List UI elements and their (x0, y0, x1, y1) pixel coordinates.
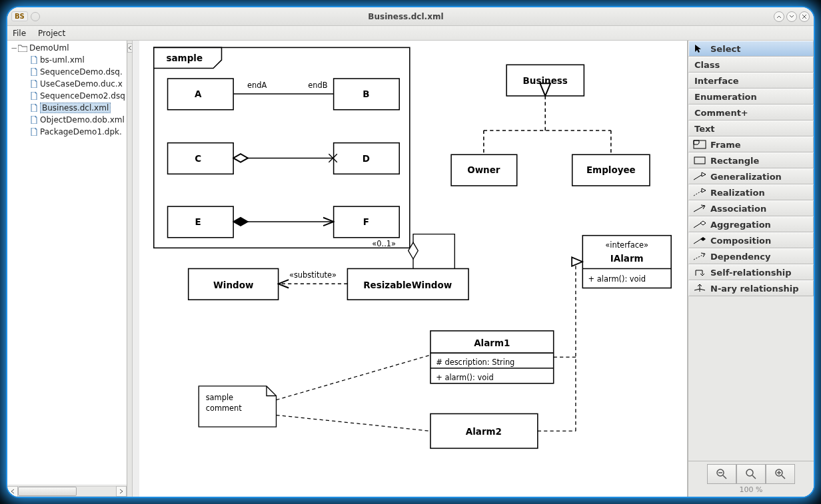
close-button[interactable] (799, 11, 810, 22)
menu-project[interactable]: Project (37, 27, 67, 39)
svg-text:E: E (195, 216, 201, 227)
svg-text:+ alarm(): void: + alarm(): void (436, 373, 493, 382)
svg-text:sample: sample (166, 53, 203, 63)
svg-text:sample: sample (206, 393, 233, 402)
tool-text[interactable]: Text (688, 121, 814, 136)
scroll-track[interactable] (18, 486, 116, 497)
svg-text:C: C (195, 153, 201, 164)
svg-text:endA: endA (247, 81, 267, 90)
scroll-left-button[interactable] (7, 486, 18, 497)
minimize-button[interactable] (774, 11, 784, 22)
tool-interface[interactable]: Interface (688, 73, 814, 89)
zoom-bar: 100 % (688, 461, 814, 497)
uml-comment[interactable]: sample comment (199, 386, 276, 427)
scroll-thumb[interactable] (18, 487, 77, 496)
svg-rect-39 (694, 157, 705, 164)
svg-text:B: B (363, 89, 369, 99)
zoom-level-label: 100 % (740, 485, 763, 494)
tool-select[interactable]: Select (688, 41, 814, 57)
svg-text:«interface»: «interface» (605, 240, 648, 250)
svg-line-43 (694, 223, 701, 228)
titlebar: BS Business.dcl.xml (7, 7, 814, 26)
tree-file-item[interactable]: SequenceDemo.dsq. (7, 66, 127, 78)
svg-line-44 (694, 239, 701, 244)
svg-text:Business: Business (523, 75, 568, 86)
window-title: Business.dcl.xml (40, 12, 772, 21)
svg-text:F: F (363, 216, 369, 227)
interface-IAlarm[interactable]: «interface» IAlarm + alarm(): void (582, 236, 671, 288)
scroll-right-button[interactable] (116, 486, 127, 497)
class-Alarm1[interactable]: Alarm1 # description: String + alarm(): … (430, 331, 554, 383)
svg-line-52 (782, 475, 785, 479)
tool-dependency[interactable]: Dependency (688, 248, 814, 264)
tree-file-item[interactable]: bs-uml.xml (7, 54, 127, 66)
tool-enumeration[interactable]: Enumeration (688, 89, 814, 105)
project-tree[interactable]: − DemoUml bs-uml.xmlSequenceDemo.dsq.Use… (7, 41, 127, 485)
maximize-button[interactable] (786, 11, 797, 22)
svg-text:# description: String: # description: String (436, 358, 514, 367)
file-icon (30, 80, 38, 88)
tool-frame[interactable]: Frame (688, 136, 814, 152)
svg-text:endB: endB (308, 81, 327, 90)
tool-aggregation[interactable]: Aggregation (688, 216, 814, 232)
tree-file-item[interactable]: ObjectDemo.dob.xml (7, 114, 127, 126)
file-icon (30, 104, 38, 112)
splitter[interactable] (127, 41, 133, 497)
svg-text:Alarm2: Alarm2 (466, 426, 502, 437)
zoom-in-button[interactable] (766, 464, 795, 484)
tool-association[interactable]: Association (688, 200, 814, 216)
tree-file-item[interactable]: SequenceDemo2.dsq (7, 90, 127, 102)
svg-text:+ alarm(): void: + alarm(): void (588, 274, 646, 284)
svg-text:Alarm1: Alarm1 (474, 338, 510, 348)
svg-line-50 (752, 475, 756, 479)
tool-composition[interactable]: Composition (688, 232, 814, 248)
splitter-collapse-icon[interactable] (127, 43, 133, 53)
tree-file-item[interactable]: Business.dcl.xml (7, 102, 127, 114)
tool-realization[interactable]: Realization (688, 184, 814, 200)
svg-text:«substitute»: «substitute» (289, 270, 337, 280)
svg-line-40 (694, 174, 702, 180)
svg-line-47 (723, 475, 726, 479)
tool-palette: Select Class Interface Enumeration Comme… (687, 41, 814, 497)
tree-file-item[interactable]: PackageDemo1.dpk. (7, 126, 127, 138)
svg-line-42 (694, 206, 704, 212)
tree-hscrollbar[interactable] (7, 485, 127, 497)
tool-nary-relationship[interactable]: N-ary relationship (688, 280, 814, 296)
svg-line-45 (694, 254, 704, 260)
svg-point-49 (746, 469, 753, 476)
comment-link-2[interactable] (277, 415, 430, 431)
menu-file[interactable]: File (11, 27, 27, 39)
tree-root[interactable]: − DemoUml (7, 42, 127, 54)
tool-self-relationship[interactable]: Self-relationship (688, 264, 814, 280)
realization-Business[interactable] (484, 96, 611, 154)
file-icon (30, 128, 38, 136)
diagram-canvas-wrap: sample A B endA endB C D (133, 41, 687, 497)
svg-line-41 (694, 190, 702, 196)
svg-text:A: A (195, 89, 202, 99)
tool-comment[interactable]: Comment+ (688, 105, 814, 121)
file-icon (30, 116, 38, 124)
menubar: File Project (7, 26, 814, 41)
tool-class[interactable]: Class (688, 57, 814, 73)
app-window: BS Business.dcl.xml File Project − DemoU… (7, 7, 814, 497)
svg-text:Employee: Employee (586, 164, 636, 175)
diagram-canvas[interactable]: sample A B endA endB C D (139, 41, 687, 497)
self-aggregation-ResizableWindow[interactable]: «0..1» (372, 234, 454, 269)
svg-text:Owner: Owner (467, 164, 500, 175)
tool-rectangle[interactable]: Rectangle (688, 152, 814, 168)
project-tree-pane: − DemoUml bs-uml.xmlSequenceDemo.dsq.Use… (7, 41, 127, 497)
tree-file-item[interactable]: UseCaseDemo.duc.x (7, 78, 127, 90)
comment-link-1[interactable] (277, 355, 430, 399)
svg-text:ResizableWindow: ResizableWindow (363, 280, 452, 290)
file-icon (30, 92, 38, 100)
app-badge: BS (11, 11, 28, 21)
zoom-out-button[interactable] (707, 464, 736, 484)
titlebar-menu-icon[interactable] (31, 12, 40, 21)
folder-icon (18, 44, 27, 52)
tool-generalization[interactable]: Generalization (688, 168, 814, 184)
svg-text:«0..1»: «0..1» (372, 239, 396, 248)
svg-text:IAlarm: IAlarm (610, 253, 644, 264)
file-icon (30, 56, 38, 64)
svg-text:comment: comment (206, 403, 243, 413)
zoom-reset-button[interactable] (736, 464, 766, 484)
